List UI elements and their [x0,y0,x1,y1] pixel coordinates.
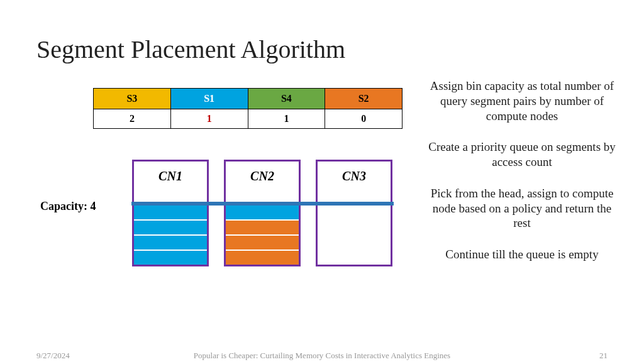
description-text: Assign bin capacity as total number of q… [428,79,616,278]
slot [134,204,207,219]
capacity-label: Capacity: 4 [40,200,96,213]
bullet-4: Continue till the queue is empty [428,247,616,262]
segment-header-s3: S3 [94,89,171,109]
footer-page: 21 [599,351,608,361]
slide: Segment Placement Algorithm S3 S1 S4 S2 … [0,0,644,362]
segment-value-1: 1 [170,109,248,129]
compute-node-2: CN2 [224,160,301,266]
compute-node-3: CN3 [316,160,392,266]
segment-header-s4: S4 [248,89,325,109]
slot [134,234,207,250]
bullet-1: Assign bin capacity as total number of q… [428,79,616,123]
segment-value-0: 2 [94,109,171,129]
slot [226,250,299,265]
connector-bar [131,202,394,206]
segment-header-row: S3 S1 S4 S2 [94,89,402,109]
segment-header-s1: S1 [170,89,248,109]
compute-node-2-label: CN2 [226,162,299,184]
slide-title: Segment Placement Algorithm [36,35,345,64]
footer-title: Popular is Cheaper: Curtailing Memory Co… [0,351,644,361]
compute-node-area: CN1 CN2 CN3 [132,160,396,273]
bullet-3: Pick from the head, assign to compute no… [428,186,616,231]
segment-value-row: 2 1 1 0 [94,109,402,129]
compute-node-2-slots [226,204,299,265]
slot [226,219,299,234]
slot [226,204,299,219]
slot [134,250,207,265]
compute-node-1-slots [134,204,207,265]
segment-value-2: 1 [248,109,325,129]
compute-node-3-label: CN3 [318,162,391,184]
segment-value-3: 0 [325,109,402,129]
bullet-2: Create a priority queue on segments by a… [428,140,616,170]
slot [226,234,299,250]
segment-header-s2: S2 [325,89,402,109]
segment-table: S3 S1 S4 S2 2 1 1 0 [93,88,402,129]
slot [134,219,207,234]
compute-node-1: CN1 [132,160,209,266]
compute-node-1-label: CN1 [134,162,207,184]
